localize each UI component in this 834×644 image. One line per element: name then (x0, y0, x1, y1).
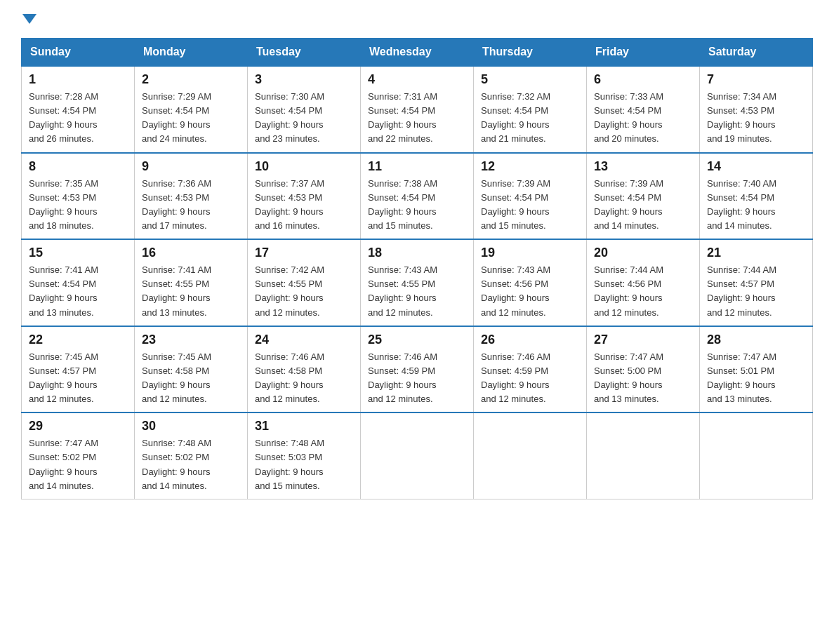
day-info: Sunrise: 7:46 AMSunset: 4:59 PMDaylight:… (481, 351, 550, 404)
calendar-cell: 30 Sunrise: 7:48 AMSunset: 5:02 PMDaylig… (135, 412, 248, 499)
day-info: Sunrise: 7:47 AMSunset: 5:01 PMDaylight:… (707, 351, 776, 404)
day-info: Sunrise: 7:46 AMSunset: 4:58 PMDaylight:… (255, 351, 324, 404)
day-info: Sunrise: 7:35 AMSunset: 4:53 PMDaylight:… (29, 178, 98, 231)
day-info: Sunrise: 7:37 AMSunset: 4:53 PMDaylight:… (255, 178, 324, 231)
week-row-1: 1 Sunrise: 7:28 AMSunset: 4:54 PMDayligh… (22, 66, 813, 153)
logo-triangle-icon (22, 14, 37, 24)
day-info: Sunrise: 7:47 AMSunset: 5:00 PMDaylight:… (594, 351, 663, 404)
day-number: 11 (368, 159, 466, 174)
calendar-cell: 7 Sunrise: 7:34 AMSunset: 4:53 PMDayligh… (700, 66, 813, 153)
day-info: Sunrise: 7:43 AMSunset: 4:56 PMDaylight:… (481, 264, 550, 317)
calendar-cell: 19 Sunrise: 7:43 AMSunset: 4:56 PMDaylig… (474, 239, 587, 326)
calendar-table: SundayMondayTuesdayWednesdayThursdayFrid… (21, 38, 813, 499)
calendar-cell: 11 Sunrise: 7:38 AMSunset: 4:54 PMDaylig… (361, 153, 474, 240)
day-number: 2 (142, 72, 240, 87)
day-info: Sunrise: 7:48 AMSunset: 5:03 PMDaylight:… (255, 438, 324, 490)
weekday-header-monday: Monday (135, 39, 248, 67)
day-number: 18 (368, 246, 466, 260)
day-info: Sunrise: 7:31 AMSunset: 4:54 PMDaylight:… (368, 91, 437, 144)
day-number: 6 (594, 72, 692, 87)
day-info: Sunrise: 7:44 AMSunset: 4:56 PMDaylight:… (594, 264, 663, 317)
calendar-cell: 27 Sunrise: 7:47 AMSunset: 5:00 PMDaylig… (587, 326, 700, 413)
day-number: 3 (255, 72, 353, 87)
day-info: Sunrise: 7:34 AMSunset: 4:53 PMDaylight:… (707, 91, 776, 144)
calendar-cell: 18 Sunrise: 7:43 AMSunset: 4:55 PMDaylig… (361, 239, 474, 326)
day-info: Sunrise: 7:39 AMSunset: 4:54 PMDaylight:… (594, 178, 663, 231)
day-number: 26 (481, 333, 579, 347)
day-info: Sunrise: 7:42 AMSunset: 4:55 PMDaylight:… (255, 264, 324, 317)
day-number: 21 (707, 246, 805, 260)
day-number: 12 (481, 159, 579, 174)
calendar-cell (700, 412, 813, 499)
day-number: 27 (594, 333, 692, 347)
day-number: 22 (29, 333, 127, 347)
calendar-cell: 23 Sunrise: 7:45 AMSunset: 4:58 PMDaylig… (135, 326, 248, 413)
calendar-cell: 2 Sunrise: 7:29 AMSunset: 4:54 PMDayligh… (135, 66, 248, 153)
calendar-cell: 12 Sunrise: 7:39 AMSunset: 4:54 PMDaylig… (474, 153, 587, 240)
day-info: Sunrise: 7:41 AMSunset: 4:55 PMDaylight:… (142, 264, 211, 317)
calendar-cell: 4 Sunrise: 7:31 AMSunset: 4:54 PMDayligh… (361, 66, 474, 153)
logo (21, 14, 37, 24)
day-info: Sunrise: 7:44 AMSunset: 4:57 PMDaylight:… (707, 264, 776, 317)
day-info: Sunrise: 7:41 AMSunset: 4:54 PMDaylight:… (29, 264, 98, 317)
calendar-cell: 28 Sunrise: 7:47 AMSunset: 5:01 PMDaylig… (700, 326, 813, 413)
day-number: 20 (594, 246, 692, 260)
day-number: 15 (29, 246, 127, 260)
day-info: Sunrise: 7:45 AMSunset: 4:58 PMDaylight:… (142, 351, 211, 404)
day-number: 25 (368, 333, 466, 347)
weekday-header-tuesday: Tuesday (248, 39, 361, 67)
day-number: 29 (29, 419, 127, 434)
calendar-cell (474, 412, 587, 499)
day-info: Sunrise: 7:29 AMSunset: 4:54 PMDaylight:… (142, 91, 211, 144)
calendar-cell: 14 Sunrise: 7:40 AMSunset: 4:54 PMDaylig… (700, 153, 813, 240)
calendar-cell: 13 Sunrise: 7:39 AMSunset: 4:54 PMDaylig… (587, 153, 700, 240)
calendar-cell: 8 Sunrise: 7:35 AMSunset: 4:53 PMDayligh… (22, 153, 135, 240)
calendar-cell: 3 Sunrise: 7:30 AMSunset: 4:54 PMDayligh… (248, 66, 361, 153)
calendar-cell: 5 Sunrise: 7:32 AMSunset: 4:54 PMDayligh… (474, 66, 587, 153)
day-info: Sunrise: 7:46 AMSunset: 4:59 PMDaylight:… (368, 351, 437, 404)
calendar-cell: 26 Sunrise: 7:46 AMSunset: 4:59 PMDaylig… (474, 326, 587, 413)
day-info: Sunrise: 7:30 AMSunset: 4:54 PMDaylight:… (255, 91, 324, 144)
day-number: 28 (707, 333, 805, 347)
day-number: 4 (368, 72, 466, 87)
calendar-cell: 24 Sunrise: 7:46 AMSunset: 4:58 PMDaylig… (248, 326, 361, 413)
day-number: 19 (481, 246, 579, 260)
calendar-cell: 6 Sunrise: 7:33 AMSunset: 4:54 PMDayligh… (587, 66, 700, 153)
calendar-cell: 29 Sunrise: 7:47 AMSunset: 5:02 PMDaylig… (22, 412, 135, 499)
day-info: Sunrise: 7:43 AMSunset: 4:55 PMDaylight:… (368, 264, 437, 317)
day-number: 17 (255, 246, 353, 260)
day-number: 1 (29, 72, 127, 87)
day-info: Sunrise: 7:28 AMSunset: 4:54 PMDaylight:… (29, 91, 98, 144)
weekday-header-wednesday: Wednesday (361, 39, 474, 67)
week-row-5: 29 Sunrise: 7:47 AMSunset: 5:02 PMDaylig… (22, 412, 813, 499)
weekday-header-thursday: Thursday (474, 39, 587, 67)
weekday-header-row: SundayMondayTuesdayWednesdayThursdayFrid… (22, 39, 813, 67)
week-row-3: 15 Sunrise: 7:41 AMSunset: 4:54 PMDaylig… (22, 239, 813, 326)
calendar-cell: 17 Sunrise: 7:42 AMSunset: 4:55 PMDaylig… (248, 239, 361, 326)
calendar-cell: 21 Sunrise: 7:44 AMSunset: 4:57 PMDaylig… (700, 239, 813, 326)
calendar-cell: 31 Sunrise: 7:48 AMSunset: 5:03 PMDaylig… (248, 412, 361, 499)
day-number: 7 (707, 72, 805, 87)
day-info: Sunrise: 7:36 AMSunset: 4:53 PMDaylight:… (142, 178, 211, 231)
day-info: Sunrise: 7:38 AMSunset: 4:54 PMDaylight:… (368, 178, 437, 231)
day-number: 13 (594, 159, 692, 174)
calendar-cell: 1 Sunrise: 7:28 AMSunset: 4:54 PMDayligh… (22, 66, 135, 153)
day-info: Sunrise: 7:33 AMSunset: 4:54 PMDaylight:… (594, 91, 663, 144)
weekday-header-friday: Friday (587, 39, 700, 67)
weekday-header-saturday: Saturday (700, 39, 813, 67)
day-number: 14 (707, 159, 805, 174)
week-row-4: 22 Sunrise: 7:45 AMSunset: 4:57 PMDaylig… (22, 326, 813, 413)
calendar-cell: 20 Sunrise: 7:44 AMSunset: 4:56 PMDaylig… (587, 239, 700, 326)
calendar-cell: 25 Sunrise: 7:46 AMSunset: 4:59 PMDaylig… (361, 326, 474, 413)
day-number: 23 (142, 333, 240, 347)
day-number: 16 (142, 246, 240, 260)
week-row-2: 8 Sunrise: 7:35 AMSunset: 4:53 PMDayligh… (22, 153, 813, 240)
day-number: 5 (481, 72, 579, 87)
day-number: 9 (142, 159, 240, 174)
day-info: Sunrise: 7:40 AMSunset: 4:54 PMDaylight:… (707, 178, 776, 231)
day-number: 10 (255, 159, 353, 174)
calendar-cell: 22 Sunrise: 7:45 AMSunset: 4:57 PMDaylig… (22, 326, 135, 413)
day-number: 24 (255, 333, 353, 347)
day-number: 30 (142, 419, 240, 434)
day-number: 8 (29, 159, 127, 174)
